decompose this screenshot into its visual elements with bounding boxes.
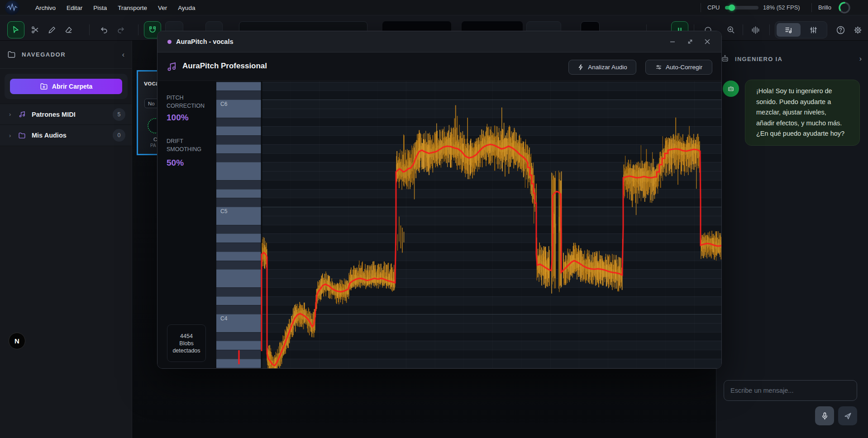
zoom-in-button[interactable]	[722, 21, 739, 38]
blobs-line3: detectados	[172, 348, 200, 354]
mic-icon	[820, 412, 829, 420]
cpu-slider[interactable]	[725, 6, 758, 10]
maximize-button[interactable]	[685, 37, 695, 47]
aurapitch-window: AuraPitch - vocals AuraPitch Professiona…	[157, 31, 722, 369]
n-logo-letter: N	[14, 337, 19, 345]
folder-plus-icon	[40, 82, 48, 90]
robot-icon	[727, 85, 735, 93]
message-line: ¡Hola! Soy tu ingeniero de	[756, 86, 848, 97]
menu-ayuda[interactable]: Ayuda	[178, 5, 195, 11]
message-line: mezclar, ajustar niveles,	[756, 107, 848, 118]
send-button[interactable]	[838, 406, 857, 425]
ai-engineer-panel: INGENIERO IA › ¡Hola! Soy tu ingeniero d…	[716, 41, 868, 438]
draw-tool-button[interactable]	[43, 21, 61, 38]
divider	[89, 24, 90, 35]
select-tool-button[interactable]	[7, 21, 24, 38]
folder-icon	[18, 132, 30, 139]
menu-archivo[interactable]: Archivo	[35, 5, 56, 11]
playlist-view-button[interactable]	[777, 23, 801, 37]
menu-editar[interactable]: Editar	[67, 5, 82, 11]
menubar: ArchivoEditarPistaTransporteVerAyuda CPU…	[0, 0, 868, 15]
lightning-icon	[577, 64, 584, 71]
auto-correct-button[interactable]: Auto-Corregir	[645, 60, 712, 75]
cpu-label: CPU	[707, 4, 720, 11]
item-count-badge: 0	[113, 129, 125, 142]
app-logo-icon[interactable]	[5, 0, 19, 15]
close-button[interactable]	[702, 37, 712, 47]
drift-smoothing-label: DRIFT SMOOTHING	[167, 137, 210, 153]
undo-button[interactable]	[95, 21, 113, 38]
send-icon	[844, 412, 852, 420]
sliders-icon	[655, 64, 662, 71]
settings-button[interactable]	[849, 21, 866, 38]
cpu-usage-text: 18% (52 FPS)	[763, 4, 800, 11]
plugin-title: AuraPitch Professional	[182, 62, 267, 71]
robot-icon	[720, 54, 730, 63]
browser-sidebar: NAVEGADOR ‹ Abrir Carpeta ›Patrones MIDI…	[0, 41, 132, 438]
chat-message-input[interactable]	[724, 380, 857, 401]
blobs-detected-box: 4454 Blobs detectados	[167, 324, 206, 362]
view-toggle	[775, 21, 827, 38]
knob-label-2: PA	[150, 143, 156, 148]
collapse-sidebar-icon[interactable]: ‹	[122, 51, 124, 59]
analyze-audio-button[interactable]: Analizar Audio	[568, 60, 636, 75]
folder-icon	[7, 50, 16, 59]
pitch-correction-value[interactable]: 100%	[167, 113, 189, 123]
erase-tool-button[interactable]	[60, 21, 77, 38]
divider	[811, 3, 812, 12]
open-folder-panel: Abrir Carpeta	[5, 74, 128, 99]
chevron-right-icon[interactable]: ›	[9, 111, 18, 118]
expand-panel-icon[interactable]: ›	[859, 55, 862, 63]
piano-roll[interactable]: C6C5C4	[216, 81, 722, 369]
window-status-dot	[167, 40, 172, 44]
menu-items: ArchivoEditarPistaTransporteVerAyuda	[35, 0, 195, 15]
browser-header: NAVEGADOR ‹	[0, 41, 132, 69]
cut-tool-button[interactable]	[27, 21, 44, 38]
menu-ver[interactable]: Ver	[158, 5, 167, 11]
brightness-knob[interactable]	[837, 0, 852, 15]
item-count-badge: 5	[113, 108, 125, 121]
help-button[interactable]	[832, 21, 849, 38]
pitch-correction-label: PITCH CORRECTION	[167, 94, 210, 110]
pitch-settings-panel: PITCH CORRECTION 100% DRIFT SMOOTHING 50…	[157, 81, 216, 369]
ai-panel-header: INGENIERO IA ›	[716, 41, 868, 77]
mixer-view-button[interactable]	[801, 23, 825, 37]
plugin-body: PITCH CORRECTION 100% DRIFT SMOOTHING 50…	[157, 81, 721, 369]
sidebar-item-label: Patrones MIDI	[32, 111, 113, 118]
divider	[701, 3, 701, 12]
menu-transporte[interactable]: Transporte	[118, 5, 147, 11]
window-title: AuraPitch - vocals	[176, 38, 234, 45]
daw-app: ArchivoEditarPistaTransporteVerAyuda CPU…	[0, 0, 868, 438]
sidebar-item-label: Mis Audios	[32, 132, 113, 139]
browser-title: NAVEGADOR	[22, 51, 122, 58]
sidebar-item-patrones-midi[interactable]: ›Patrones MIDI5	[0, 104, 132, 125]
browser-items: ›Patrones MIDI5›Mis Audios0	[0, 104, 132, 146]
chevron-right-icon[interactable]: ›	[9, 132, 18, 139]
sidebar-item-mis-audios[interactable]: ›Mis Audios0	[0, 125, 132, 146]
message-line: sonido. Puedo ayudarte a	[756, 97, 848, 108]
divider	[769, 24, 770, 35]
plugin-header: AuraPitch Professional Analizar Audio Au…	[157, 52, 721, 81]
minimize-button[interactable]	[668, 37, 677, 47]
blobs-count: 4454	[180, 333, 193, 339]
waveform-view-button[interactable]	[747, 21, 764, 38]
cpu-slider-knob[interactable]	[729, 5, 735, 11]
n-logo[interactable]: N	[9, 333, 25, 349]
ai-avatar	[723, 81, 739, 97]
menu-pista[interactable]: Pista	[93, 5, 107, 11]
message-line: añadir efectos, y mucho más.	[756, 118, 848, 129]
redo-button[interactable]	[112, 21, 129, 38]
ai-panel-title: INGENIERO IA	[735, 56, 859, 62]
drift-smoothing-value[interactable]: 50%	[167, 158, 184, 168]
pitch-curve	[216, 81, 722, 369]
window-titlebar[interactable]: AuraPitch - vocals	[157, 31, 721, 52]
analyze-audio-label: Analizar Audio	[588, 64, 627, 71]
message-line: ¿En qué puedo ayudarte hoy?	[756, 129, 848, 139]
midi-note-icon	[18, 110, 30, 118]
open-folder-button[interactable]: Abrir Carpeta	[10, 79, 122, 94]
mic-button[interactable]	[815, 406, 834, 425]
open-folder-label: Abrir Carpeta	[52, 83, 92, 90]
ai-message-bubble: ¡Hola! Soy tu ingeniero desonido. Puedo …	[745, 80, 860, 146]
divider	[138, 24, 138, 35]
auto-correct-label: Auto-Corregir	[666, 64, 702, 71]
